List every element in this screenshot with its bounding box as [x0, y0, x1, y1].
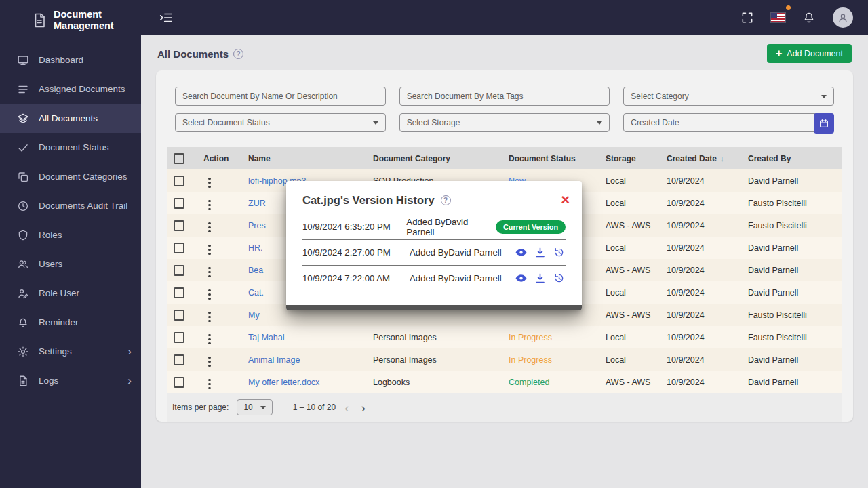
- document-name-link[interactable]: My: [248, 310, 260, 320]
- restore-version-icon[interactable]: [553, 246, 566, 259]
- modal-help-icon[interactable]: ?: [441, 195, 451, 205]
- row-actions-icon[interactable]: [203, 176, 216, 190]
- storage-cell: AWS - AWS: [599, 214, 660, 237]
- storage-cell: Local: [599, 326, 660, 348]
- sidebar-item-assigned-documents[interactable]: Assigned Documents: [0, 75, 141, 104]
- fullscreen-icon[interactable]: [741, 11, 754, 24]
- restore-version-icon[interactable]: [553, 272, 566, 285]
- table-row[interactable]: My offer letter.docx Logbooks Completed …: [167, 371, 842, 393]
- sidebar-item-document-categories[interactable]: Document Categories: [0, 162, 141, 191]
- download-version-icon[interactable]: [534, 272, 547, 285]
- version-datetime: 10/9/2024 7:22:00 AM: [302, 273, 410, 283]
- chevron-down-icon: [260, 406, 266, 409]
- modal-header: Cat.jpg's Version History ? ×: [286, 181, 582, 211]
- row-checkbox[interactable]: [174, 265, 184, 276]
- row-checkbox[interactable]: [174, 332, 184, 343]
- download-version-icon[interactable]: [534, 246, 547, 259]
- row-checkbox[interactable]: [174, 220, 184, 231]
- page-title: All Documents ?: [157, 48, 243, 60]
- items-per-page-select[interactable]: 10: [237, 399, 272, 415]
- row-actions-icon[interactable]: [203, 199, 216, 212]
- row-checkbox[interactable]: [174, 287, 184, 298]
- sidebar-item-documents-audit-trail[interactable]: Documents Audit Trail: [0, 191, 141, 220]
- document-categories-icon: [16, 170, 30, 184]
- row-checkbox[interactable]: [174, 243, 184, 253]
- created-date-cell: 10/9/2024: [660, 237, 741, 259]
- language-flag-button[interactable]: [771, 13, 785, 22]
- storage-cell: AWS - AWS: [599, 259, 660, 281]
- view-version-icon[interactable]: [515, 272, 528, 285]
- document-name-link[interactable]: Bea: [248, 266, 263, 275]
- category-select[interactable]: Select Category: [623, 87, 834, 106]
- storage-select[interactable]: Select Storage: [399, 113, 610, 132]
- row-actions-icon[interactable]: [203, 243, 216, 257]
- row-checkbox[interactable]: [174, 310, 184, 321]
- sidebar-item-logs[interactable]: Logs ›: [0, 366, 141, 395]
- sidebar-toggle-icon[interactable]: [159, 10, 174, 25]
- row-checkbox[interactable]: [174, 176, 184, 186]
- search-name-input[interactable]: [175, 87, 386, 106]
- user-avatar[interactable]: [833, 7, 853, 28]
- row-actions-icon[interactable]: [203, 221, 216, 235]
- document-name-link[interactable]: Cat.: [248, 288, 264, 298]
- sidebar-item-roles[interactable]: Roles: [0, 220, 141, 249]
- chevron-down-icon: [821, 95, 827, 98]
- topbar-actions: [741, 7, 853, 28]
- document-name-link[interactable]: Taj Mahal: [248, 333, 285, 342]
- modal-title: Cat.jpg's Version History: [302, 194, 435, 207]
- document-name-link[interactable]: My offer letter.docx: [248, 378, 319, 387]
- document-name-link[interactable]: ZUR: [248, 199, 266, 208]
- sidebar: Document Management Dashboard Assigned D…: [0, 0, 141, 488]
- assigned-documents-icon: [16, 83, 30, 96]
- row-actions-icon[interactable]: [203, 288, 216, 302]
- brand-line2: Management: [54, 20, 114, 32]
- sort-desc-icon[interactable]: ↓: [720, 155, 724, 163]
- row-actions-icon[interactable]: [203, 333, 216, 346]
- row-actions-icon[interactable]: [203, 378, 216, 391]
- add-document-label: Add Document: [787, 49, 843, 58]
- row-actions-icon[interactable]: [203, 310, 216, 324]
- search-meta-tags-input[interactable]: [399, 87, 610, 106]
- items-per-page-label: Items per page:: [172, 403, 229, 412]
- sidebar-item-reminder[interactable]: Reminder: [0, 308, 141, 337]
- table-row[interactable]: Animal Image Personal Images In Progress…: [167, 348, 842, 371]
- next-page-icon[interactable]: ›: [357, 401, 368, 414]
- row-checkbox[interactable]: [174, 354, 184, 365]
- created-by-cell: David Parnell: [741, 348, 842, 371]
- calendar-button[interactable]: [814, 113, 834, 134]
- chevron-right-icon: ›: [127, 374, 132, 388]
- sidebar-item-label: Reminder: [39, 317, 79, 327]
- sidebar-item-users[interactable]: Users: [0, 249, 141, 279]
- close-icon[interactable]: ×: [561, 192, 570, 207]
- table-row[interactable]: Taj Mahal Personal Images In Progress Lo…: [167, 326, 842, 348]
- sidebar-item-document-status[interactable]: Document Status: [0, 133, 141, 162]
- notifications-bell-icon[interactable]: [802, 11, 816, 24]
- storage-cell: Local: [599, 192, 660, 214]
- created-by-cell: David Parnell: [741, 259, 842, 281]
- column-header-created-date[interactable]: Created Date↓: [660, 147, 741, 169]
- document-name-link[interactable]: Pres: [248, 221, 266, 230]
- row-checkbox[interactable]: [174, 198, 184, 209]
- document-name-link[interactable]: Animal Image: [248, 355, 300, 365]
- view-version-icon[interactable]: [515, 246, 528, 259]
- select-all-checkbox[interactable]: [174, 153, 184, 164]
- row-actions-icon[interactable]: [203, 266, 216, 279]
- version-datetime: 10/9/2024 2:27:00 PM: [302, 247, 410, 258]
- document-status-badge: In Progress: [509, 355, 552, 365]
- pagination: Items per page: 10 1 – 10 of 20 ‹ ›: [167, 393, 842, 422]
- document-name-link[interactable]: HR.: [248, 243, 263, 253]
- sidebar-item-dashboard[interactable]: Dashboard: [0, 45, 141, 75]
- brand-line1: Document: [54, 9, 114, 20]
- previous-page-icon[interactable]: ‹: [341, 401, 352, 414]
- sidebar-item-role-user[interactable]: Role User: [0, 279, 141, 308]
- row-checkbox[interactable]: [174, 377, 184, 388]
- add-document-button[interactable]: + Add Document: [767, 44, 852, 63]
- created-by-cell: David Parnell: [741, 371, 842, 393]
- sidebar-item-label: Settings: [39, 346, 72, 357]
- sidebar-item-all-documents[interactable]: All Documents: [0, 104, 141, 133]
- row-actions-icon[interactable]: [203, 355, 216, 369]
- created-date-field[interactable]: Created Date: [623, 113, 834, 132]
- document-status-select[interactable]: Select Document Status: [175, 113, 386, 132]
- help-icon[interactable]: ?: [233, 49, 243, 59]
- sidebar-item-settings[interactable]: Settings ›: [0, 337, 141, 366]
